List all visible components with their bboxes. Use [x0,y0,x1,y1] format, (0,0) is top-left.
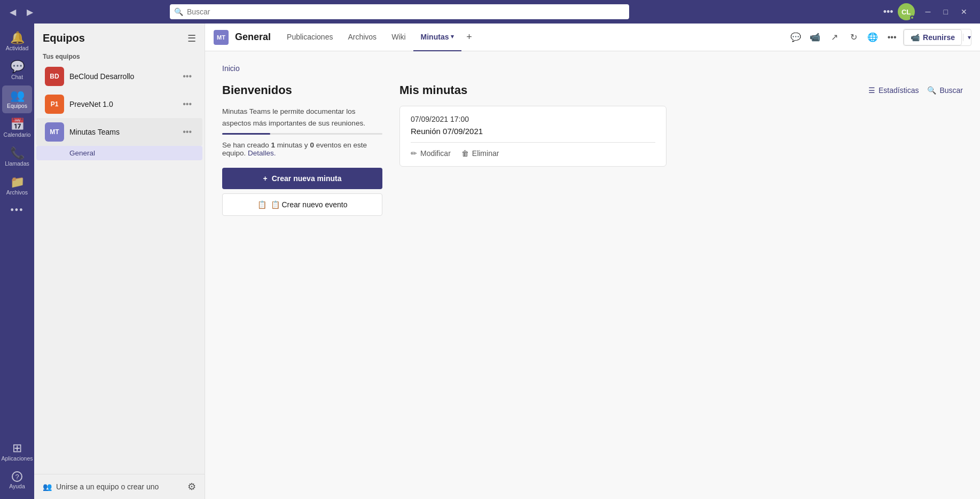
chat-icon: 💬 [10,61,25,73]
calendar-icon: 📋 [257,200,266,209]
team-avatar-prevenet: P1 [45,95,64,114]
team-avatar-becloud: BD [45,67,64,86]
more-icon-btn[interactable]: ••• [884,29,900,45]
chat-icon-btn[interactable]: 💬 [788,29,804,45]
search-icon: 🔍 [174,7,183,16]
team-info-minutas: Minutas Teams [69,128,181,136]
team-options-becloud[interactable]: ••• [181,71,194,82]
content-columns: Bienvenidos Minutas Teams le permite doc… [222,83,963,216]
minuta-divider [411,142,655,143]
minutas-header-row: Mis minutas ☰ Estadísticas 🔍 Buscar [399,83,963,97]
filter-icon[interactable]: ☰ [187,33,196,44]
maximize-button[interactable]: □ [937,0,954,24]
welcome-description: Minutas Teams le permite documentar los … [222,106,382,129]
tab-archivos[interactable]: Archivos [340,24,384,51]
modificar-label: Modificar [420,149,451,158]
tab-minutas[interactable]: Minutas ▾ [413,24,462,51]
reunirse-button[interactable]: 📹 Reunirse [904,29,962,45]
join-team-button[interactable]: 👥 Unirse a un equipo o crear uno [43,482,159,491]
minuta-name: Reunión 07/09/2021 [411,127,655,136]
modificar-button[interactable]: ✏ Modificar [411,149,451,158]
crear-nueva-minuta-button[interactable]: + Crear nueva minuta [222,168,382,189]
reunirse-label: Reunirse [923,33,955,42]
buscar-label: Buscar [939,86,963,95]
crear-minuta-label: Crear nueva minuta [272,174,342,183]
estadisticas-icon: ☰ [868,86,875,95]
nav-back-button[interactable]: ◀ [6,5,19,19]
detalles-link[interactable]: Detalles. [248,149,276,157]
crear-evento-label: 📋 Crear nuevo evento [271,200,348,209]
minutas-title: Mis minutas [399,83,467,97]
sidebar-item-label-ayuda: Ayuda [9,483,25,489]
team-item-becloud[interactable]: BD BeCloud Desarrollo ••• [36,63,202,90]
archivos-icon: 📁 [10,176,25,188]
sidebar-item-actividad[interactable]: 🔔 Actividad [2,28,32,56]
sidebar-item-mas[interactable]: ••• [2,201,32,219]
calendario-icon: 📅 [10,119,25,130]
sidebar-item-llamadas[interactable]: 📞 Llamadas [2,143,32,171]
equipos-icon: 👥 [10,90,25,102]
app-body: 🔔 Actividad 💬 Chat 👥 Equipos 📅 Calendari… [0,24,980,499]
avatar[interactable]: CL [898,3,915,20]
welcome-title: Bienvenidos [222,83,382,97]
channel-item-general[interactable]: General [36,146,202,160]
title-bar: ◀ ▶ 🔍 ••• CL ─ □ ✕ [0,0,980,24]
ayuda-icon: ? [12,471,22,482]
team-name-prevenet: PreveNet 1.0 [69,100,181,108]
settings-icon[interactable]: ⚙ [187,481,196,493]
team-item-minutas[interactable]: MT Minutas Teams ••• [36,118,202,146]
window-controls: ─ □ ✕ [919,0,974,24]
aplicaciones-icon: ⊞ [12,442,22,454]
tab-publicaciones[interactable]: Publicaciones [279,24,340,51]
globe-icon-btn[interactable]: 🌐 [865,29,881,45]
sidebar-item-label-aplicaciones: Aplicaciones [2,455,33,462]
eliminar-button[interactable]: 🗑 Eliminar [461,149,499,158]
actividad-icon: 🔔 [10,32,25,44]
reunirse-container: 📹 Reunirse ▾ [903,29,971,46]
sidebar-item-label-llamadas: Llamadas [5,160,29,167]
reunirse-chevron-icon[interactable]: ▾ [963,34,971,41]
close-button[interactable]: ✕ [954,0,974,24]
more-options-icon[interactable]: ••• [883,6,893,18]
sidebar-item-label-archivos: Archivos [6,189,28,196]
tab-wiki[interactable]: Wiki [384,24,413,51]
mas-icon: ••• [11,205,24,215]
estadisticas-button[interactable]: ☰ Estadísticas [868,86,919,95]
nav-forward-button[interactable]: ▶ [23,5,36,19]
minimize-button[interactable]: ─ [919,0,937,24]
eliminar-label: Eliminar [472,149,499,158]
expand-icon-btn[interactable]: ↗ [826,29,842,45]
team-info-prevenet: PreveNet 1.0 [69,100,181,108]
crear-nuevo-evento-button[interactable]: 📋 📋 Crear nuevo evento [222,193,382,216]
refresh-icon-btn[interactable]: ↻ [845,29,861,45]
tab-chevron-icon: ▾ [451,33,454,40]
sidebar-item-aplicaciones[interactable]: ⊞ Aplicaciones [2,438,32,466]
sidebar-item-equipos[interactable]: 👥 Equipos [2,85,32,113]
sidebar-item-chat[interactable]: 💬 Chat [2,57,32,84]
teams-section-label: Tus equipos [34,49,205,63]
team-name-becloud: BeCloud Desarrollo [69,72,181,81]
breadcrumb[interactable]: Inicio [222,64,963,73]
presence-dot [910,15,914,20]
team-options-prevenet[interactable]: ••• [181,98,194,110]
team-info-becloud: BeCloud Desarrollo [69,72,181,81]
team-avatar-minutas: MT [45,122,64,142]
welcome-stats: Se han creado 1 minutas y 0 eventos en e… [222,141,382,157]
team-name-minutas: Minutas Teams [69,128,181,136]
buscar-button[interactable]: 🔍 Buscar [927,86,963,95]
tab-add-button[interactable]: + [461,30,476,45]
join-team-label: Unirse a un equipo o crear uno [56,482,159,491]
channel-name: General [235,32,271,43]
team-options-minutas[interactable]: ••• [181,126,194,138]
sidebar-item-calendario[interactable]: 📅 Calendario [2,114,32,142]
teams-panel-header: Equipos ☰ [34,24,205,49]
video-icon-btn[interactable]: 📹 [807,29,823,45]
sidebar-item-label-chat: Chat [11,74,23,80]
channel-tabs: Publicaciones Archivos Wiki Minutas ▾ + [279,24,786,51]
channel-header: MT General Publicaciones Archivos Wiki M… [205,24,980,51]
sidebar-item-ayuda[interactable]: ? Ayuda [2,467,32,494]
team-item-prevenet[interactable]: P1 PreveNet 1.0 ••• [36,90,202,118]
sidebar-item-archivos[interactable]: 📁 Archivos [2,172,32,200]
search-input[interactable] [170,4,629,19]
teams-panel-title: Equipos [43,32,85,44]
